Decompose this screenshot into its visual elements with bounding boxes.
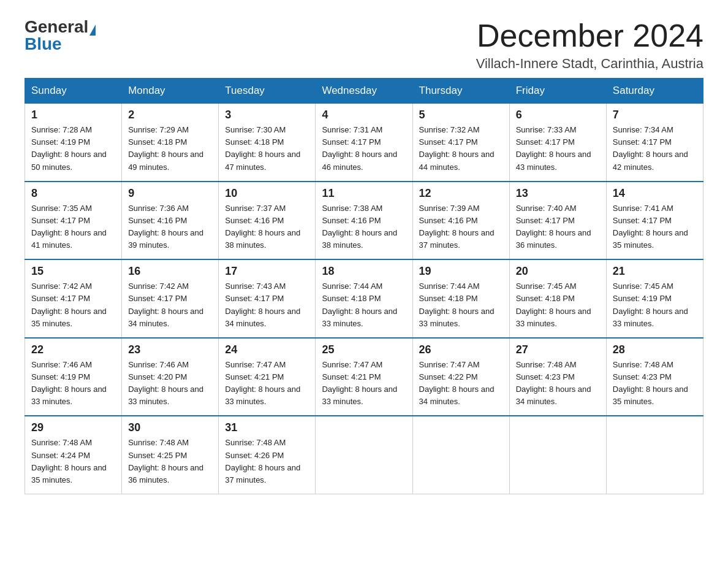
day-number: 17 bbox=[225, 265, 309, 278]
empty-cell bbox=[509, 416, 606, 494]
day-number: 14 bbox=[613, 187, 697, 200]
day-info: Sunrise: 7:42 AMSunset: 4:17 PMDaylight:… bbox=[128, 280, 212, 330]
calendar-week-row: 15Sunrise: 7:42 AMSunset: 4:17 PMDayligh… bbox=[25, 259, 703, 338]
day-cell-19: 19Sunrise: 7:44 AMSunset: 4:18 PMDayligh… bbox=[412, 259, 509, 338]
day-number: 18 bbox=[322, 265, 406, 278]
day-number: 25 bbox=[322, 343, 406, 356]
col-header-saturday: Saturday bbox=[606, 79, 703, 104]
day-number: 21 bbox=[613, 265, 697, 278]
day-info: Sunrise: 7:42 AMSunset: 4:17 PMDaylight:… bbox=[31, 280, 115, 330]
day-info: Sunrise: 7:30 AMSunset: 4:18 PMDaylight:… bbox=[225, 124, 309, 174]
day-number: 1 bbox=[31, 109, 115, 121]
day-info: Sunrise: 7:43 AMSunset: 4:17 PMDaylight:… bbox=[225, 280, 309, 330]
day-number: 19 bbox=[419, 265, 503, 278]
day-info: Sunrise: 7:32 AMSunset: 4:17 PMDaylight:… bbox=[419, 124, 503, 174]
day-info: Sunrise: 7:47 AMSunset: 4:21 PMDaylight:… bbox=[225, 359, 309, 408]
calendar-week-row: 8Sunrise: 7:35 AMSunset: 4:17 PMDaylight… bbox=[25, 182, 703, 260]
day-info: Sunrise: 7:48 AMSunset: 4:23 PMDaylight:… bbox=[613, 359, 697, 408]
calendar-week-row: 1Sunrise: 7:28 AMSunset: 4:19 PMDaylight… bbox=[25, 104, 703, 182]
day-number: 8 bbox=[31, 187, 115, 200]
logo-general-text: General bbox=[25, 17, 88, 36]
day-number: 27 bbox=[516, 343, 600, 356]
day-cell-20: 20Sunrise: 7:45 AMSunset: 4:18 PMDayligh… bbox=[509, 259, 606, 338]
day-number: 12 bbox=[419, 187, 503, 200]
day-info: Sunrise: 7:48 AMSunset: 4:25 PMDaylight:… bbox=[128, 437, 212, 486]
day-cell-25: 25Sunrise: 7:47 AMSunset: 4:21 PMDayligh… bbox=[316, 338, 412, 416]
day-cell-18: 18Sunrise: 7:44 AMSunset: 4:18 PMDayligh… bbox=[316, 259, 412, 338]
day-cell-24: 24Sunrise: 7:47 AMSunset: 4:21 PMDayligh… bbox=[219, 338, 316, 416]
day-info: Sunrise: 7:48 AMSunset: 4:26 PMDaylight:… bbox=[225, 437, 309, 486]
day-info: Sunrise: 7:46 AMSunset: 4:20 PMDaylight:… bbox=[128, 359, 212, 408]
day-cell-28: 28Sunrise: 7:48 AMSunset: 4:23 PMDayligh… bbox=[606, 338, 703, 416]
logo-blue-text: Blue bbox=[25, 34, 62, 53]
day-number: 10 bbox=[225, 187, 309, 200]
day-number: 7 bbox=[613, 109, 697, 121]
day-cell-16: 16Sunrise: 7:42 AMSunset: 4:17 PMDayligh… bbox=[122, 259, 219, 338]
day-cell-1: 1Sunrise: 7:28 AMSunset: 4:19 PMDaylight… bbox=[25, 104, 122, 182]
day-info: Sunrise: 7:39 AMSunset: 4:16 PMDaylight:… bbox=[419, 202, 503, 252]
day-info: Sunrise: 7:38 AMSunset: 4:16 PMDaylight:… bbox=[322, 202, 406, 252]
day-cell-27: 27Sunrise: 7:48 AMSunset: 4:23 PMDayligh… bbox=[509, 338, 606, 416]
calendar-table: SundayMondayTuesdayWednesdayThursdayFrid… bbox=[25, 78, 703, 494]
day-cell-8: 8Sunrise: 7:35 AMSunset: 4:17 PMDaylight… bbox=[25, 182, 122, 260]
day-number: 30 bbox=[128, 421, 212, 434]
day-cell-31: 31Sunrise: 7:48 AMSunset: 4:26 PMDayligh… bbox=[219, 416, 316, 494]
day-info: Sunrise: 7:40 AMSunset: 4:17 PMDaylight:… bbox=[516, 202, 600, 252]
empty-cell bbox=[316, 416, 412, 494]
day-cell-13: 13Sunrise: 7:40 AMSunset: 4:17 PMDayligh… bbox=[509, 182, 606, 260]
day-info: Sunrise: 7:48 AMSunset: 4:23 PMDaylight:… bbox=[516, 359, 600, 408]
logo-triangle-icon bbox=[89, 25, 96, 36]
day-info: Sunrise: 7:31 AMSunset: 4:17 PMDaylight:… bbox=[322, 124, 406, 174]
logo-top-line: General bbox=[25, 18, 96, 36]
day-number: 29 bbox=[31, 421, 115, 434]
day-info: Sunrise: 7:44 AMSunset: 4:18 PMDaylight:… bbox=[419, 280, 503, 330]
title-block: December 2024 Villach-Innere Stadt, Cari… bbox=[476, 18, 703, 72]
location-title: Villach-Innere Stadt, Carinthia, Austria bbox=[476, 56, 703, 72]
day-info: Sunrise: 7:45 AMSunset: 4:19 PMDaylight:… bbox=[613, 280, 697, 330]
day-number: 2 bbox=[128, 109, 212, 121]
day-cell-12: 12Sunrise: 7:39 AMSunset: 4:16 PMDayligh… bbox=[412, 182, 509, 260]
day-info: Sunrise: 7:37 AMSunset: 4:16 PMDaylight:… bbox=[225, 202, 309, 252]
day-cell-26: 26Sunrise: 7:47 AMSunset: 4:22 PMDayligh… bbox=[412, 338, 509, 416]
day-info: Sunrise: 7:29 AMSunset: 4:18 PMDaylight:… bbox=[128, 124, 212, 174]
day-number: 16 bbox=[128, 265, 212, 278]
day-info: Sunrise: 7:46 AMSunset: 4:19 PMDaylight:… bbox=[31, 359, 115, 408]
calendar-header-row: SundayMondayTuesdayWednesdayThursdayFrid… bbox=[25, 79, 703, 104]
day-info: Sunrise: 7:34 AMSunset: 4:17 PMDaylight:… bbox=[613, 124, 697, 174]
empty-cell bbox=[412, 416, 509, 494]
day-number: 22 bbox=[31, 343, 115, 356]
day-number: 11 bbox=[322, 187, 406, 200]
day-number: 4 bbox=[322, 109, 406, 121]
day-info: Sunrise: 7:41 AMSunset: 4:17 PMDaylight:… bbox=[613, 202, 697, 252]
col-header-wednesday: Wednesday bbox=[316, 79, 412, 104]
day-cell-5: 5Sunrise: 7:32 AMSunset: 4:17 PMDaylight… bbox=[412, 104, 509, 182]
day-info: Sunrise: 7:36 AMSunset: 4:16 PMDaylight:… bbox=[128, 202, 212, 252]
calendar-week-row: 22Sunrise: 7:46 AMSunset: 4:19 PMDayligh… bbox=[25, 338, 703, 416]
day-info: Sunrise: 7:47 AMSunset: 4:22 PMDaylight:… bbox=[419, 359, 503, 408]
day-cell-17: 17Sunrise: 7:43 AMSunset: 4:17 PMDayligh… bbox=[219, 259, 316, 338]
day-cell-21: 21Sunrise: 7:45 AMSunset: 4:19 PMDayligh… bbox=[606, 259, 703, 338]
day-number: 5 bbox=[419, 109, 503, 121]
day-number: 6 bbox=[516, 109, 600, 121]
day-cell-22: 22Sunrise: 7:46 AMSunset: 4:19 PMDayligh… bbox=[25, 338, 122, 416]
month-title: December 2024 bbox=[476, 18, 703, 53]
day-info: Sunrise: 7:45 AMSunset: 4:18 PMDaylight:… bbox=[516, 280, 600, 330]
col-header-thursday: Thursday bbox=[412, 79, 509, 104]
day-cell-15: 15Sunrise: 7:42 AMSunset: 4:17 PMDayligh… bbox=[25, 259, 122, 338]
day-info: Sunrise: 7:28 AMSunset: 4:19 PMDaylight:… bbox=[31, 124, 115, 174]
col-header-tuesday: Tuesday bbox=[219, 79, 316, 104]
day-number: 28 bbox=[613, 343, 697, 356]
day-number: 20 bbox=[516, 265, 600, 278]
col-header-friday: Friday bbox=[509, 79, 606, 104]
day-info: Sunrise: 7:33 AMSunset: 4:17 PMDaylight:… bbox=[516, 124, 600, 174]
day-number: 13 bbox=[516, 187, 600, 200]
day-cell-23: 23Sunrise: 7:46 AMSunset: 4:20 PMDayligh… bbox=[122, 338, 219, 416]
day-cell-30: 30Sunrise: 7:48 AMSunset: 4:25 PMDayligh… bbox=[122, 416, 219, 494]
empty-cell bbox=[606, 416, 703, 494]
day-cell-11: 11Sunrise: 7:38 AMSunset: 4:16 PMDayligh… bbox=[316, 182, 412, 260]
day-cell-7: 7Sunrise: 7:34 AMSunset: 4:17 PMDaylight… bbox=[606, 104, 703, 182]
day-number: 9 bbox=[128, 187, 212, 200]
day-info: Sunrise: 7:35 AMSunset: 4:17 PMDaylight:… bbox=[31, 202, 115, 252]
day-cell-10: 10Sunrise: 7:37 AMSunset: 4:16 PMDayligh… bbox=[219, 182, 316, 260]
day-number: 31 bbox=[225, 421, 309, 434]
